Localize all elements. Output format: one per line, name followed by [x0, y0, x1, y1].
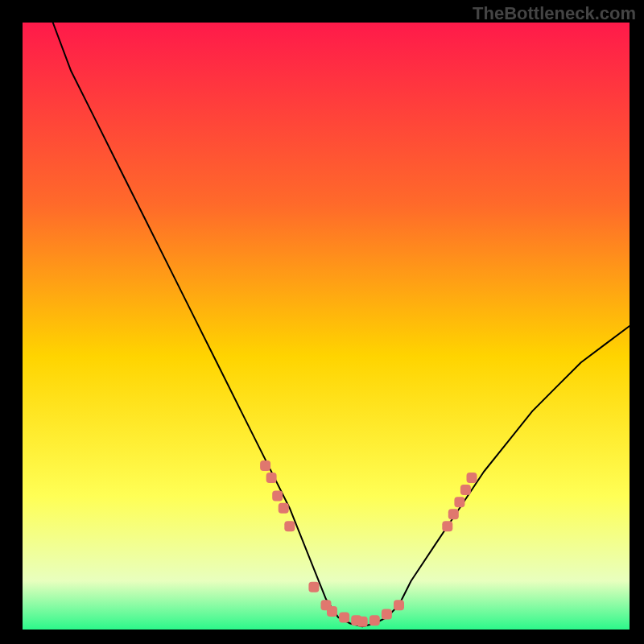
curve-marker: [442, 521, 452, 531]
bottleneck-chart: [0, 0, 644, 644]
frame: [0, 630, 644, 644]
curve-marker: [284, 521, 295, 531]
frame: [0, 0, 23, 644]
curve-marker: [369, 615, 380, 625]
curve-marker: [448, 509, 459, 519]
curve-marker: [339, 612, 349, 622]
curve-marker: [260, 460, 270, 471]
curve-marker: [382, 609, 392, 620]
curve-marker: [272, 491, 283, 502]
frame: [630, 0, 644, 644]
curve-marker: [308, 582, 319, 592]
curve-marker: [279, 503, 289, 514]
curve-marker: [327, 606, 337, 617]
plot-background: [23, 23, 630, 630]
curve-marker: [467, 473, 477, 483]
curve-marker: [394, 600, 404, 610]
curve-marker: [454, 497, 464, 507]
curve-marker: [266, 473, 277, 483]
watermark-text: TheBottleneck.com: [473, 3, 636, 24]
chart-container: TheBottleneck.com: [0, 0, 644, 644]
curve-marker: [357, 617, 368, 627]
curve-marker: [460, 485, 471, 495]
